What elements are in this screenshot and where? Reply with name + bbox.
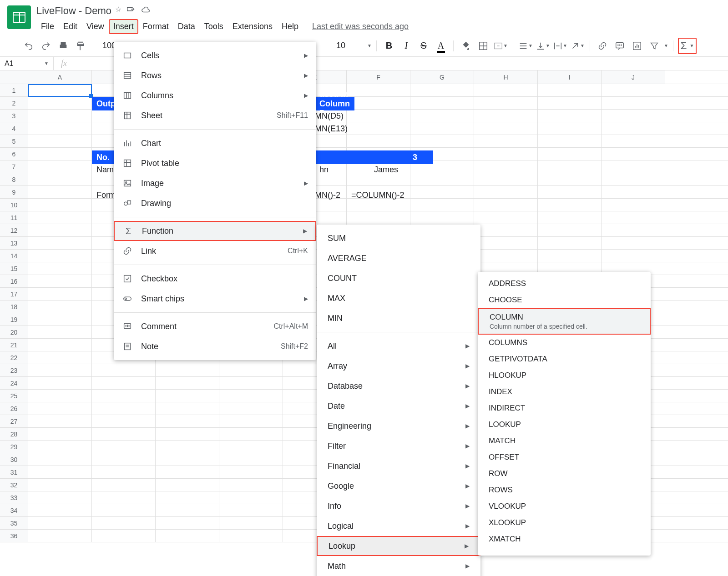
cell[interactable] xyxy=(156,466,219,478)
cell[interactable] xyxy=(156,377,219,389)
lookup-function-match[interactable]: MATCH xyxy=(478,433,651,449)
cell[interactable] xyxy=(474,237,538,249)
cell[interactable] xyxy=(538,224,602,236)
cell[interactable] xyxy=(410,199,474,211)
cell[interactable] xyxy=(92,390,156,402)
row-header[interactable]: 7 xyxy=(0,160,28,173)
cell[interactable] xyxy=(28,250,92,262)
cell[interactable] xyxy=(156,530,219,542)
cell[interactable] xyxy=(156,415,219,427)
cell[interactable] xyxy=(28,326,92,338)
row-header[interactable]: 6 xyxy=(0,148,28,160)
cell[interactable] xyxy=(410,84,474,96)
cell[interactable] xyxy=(156,517,219,529)
cell[interactable] xyxy=(28,110,92,122)
row-header[interactable]: 17 xyxy=(0,288,28,300)
cell[interactable] xyxy=(538,250,602,262)
lookup-function-column[interactable]: COLUMNColumn number of a specified cell. xyxy=(478,308,651,335)
row-header[interactable]: 32 xyxy=(0,479,28,491)
cell[interactable] xyxy=(474,250,538,262)
cell[interactable] xyxy=(602,160,665,173)
cell[interactable] xyxy=(538,97,602,109)
row-header[interactable]: 35 xyxy=(0,517,28,529)
function-category-all[interactable]: All▶ xyxy=(317,336,480,356)
cell[interactable] xyxy=(28,415,92,427)
move-icon[interactable] xyxy=(126,5,136,17)
cell[interactable] xyxy=(28,237,92,249)
cell[interactable] xyxy=(156,402,219,415)
function-category-engineering[interactable]: Engineering▶ xyxy=(317,416,480,436)
cell[interactable] xyxy=(92,517,156,529)
cell[interactable] xyxy=(28,530,92,542)
cell[interactable] xyxy=(28,491,92,504)
cell[interactable] xyxy=(219,504,283,516)
italic-button[interactable]: I xyxy=(399,38,414,54)
function-category-filter[interactable]: Filter▶ xyxy=(317,436,480,456)
menu-edit[interactable]: Edit xyxy=(59,19,82,34)
col-header[interactable]: H xyxy=(474,70,538,84)
cell[interactable] xyxy=(28,97,92,109)
row-header[interactable]: 3 xyxy=(0,110,28,122)
cell[interactable] xyxy=(28,504,92,516)
row-header[interactable]: 2 xyxy=(0,97,28,109)
lookup-function-lookup[interactable]: LOOKUP xyxy=(478,416,651,433)
col-header[interactable]: A xyxy=(28,70,92,84)
cell[interactable] xyxy=(410,97,474,109)
function-category-array[interactable]: Array▶ xyxy=(317,356,480,376)
cell[interactable] xyxy=(28,148,92,160)
insert-chart-button[interactable] xyxy=(629,38,645,54)
cell[interactable] xyxy=(474,122,538,135)
cell[interactable] xyxy=(474,148,538,160)
cell[interactable] xyxy=(474,97,538,109)
cell[interactable] xyxy=(28,173,92,185)
cell[interactable] xyxy=(28,453,92,466)
cell[interactable] xyxy=(219,428,283,440)
row-header[interactable]: 28 xyxy=(0,428,28,440)
lookup-function-address[interactable]: ADDRESS xyxy=(478,275,651,292)
menu-format[interactable]: Format xyxy=(138,19,173,34)
row-header[interactable]: 15 xyxy=(0,262,28,275)
cell[interactable] xyxy=(92,415,156,427)
cell[interactable] xyxy=(602,148,665,160)
cell[interactable] xyxy=(219,441,283,453)
cell[interactable] xyxy=(28,339,92,351)
col-header[interactable]: J xyxy=(602,70,665,84)
cell[interactable] xyxy=(602,199,665,211)
menu-file[interactable]: File xyxy=(36,19,59,34)
cell[interactable] xyxy=(28,517,92,529)
row-header[interactable]: 1 xyxy=(0,84,28,96)
insert-menu-link[interactable]: LinkCtrl+K xyxy=(114,241,316,261)
cell[interactable] xyxy=(28,211,92,224)
cell[interactable] xyxy=(602,173,665,185)
cell[interactable] xyxy=(410,135,474,147)
function-max[interactable]: MAX xyxy=(317,288,480,308)
cell[interactable] xyxy=(474,84,538,96)
cell[interactable] xyxy=(92,402,156,415)
cell[interactable] xyxy=(538,148,602,160)
function-average[interactable]: AVERAGE xyxy=(317,248,480,268)
row-header[interactable]: 30 xyxy=(0,453,28,466)
function-category-financial[interactable]: Financial▶ xyxy=(317,456,480,476)
cell[interactable] xyxy=(602,97,665,109)
cell[interactable] xyxy=(602,250,665,262)
cell[interactable] xyxy=(474,211,538,224)
print-button[interactable] xyxy=(56,38,71,54)
insert-menu-function[interactable]: ΣFunction▶ xyxy=(114,221,316,241)
row-header[interactable]: 18 xyxy=(0,301,28,313)
cell[interactable] xyxy=(347,173,410,185)
cell[interactable] xyxy=(219,491,283,504)
insert-menu-columns[interactable]: Columns▶ xyxy=(114,85,316,105)
cell[interactable] xyxy=(156,479,219,491)
vertical-align-button[interactable]: ▼ xyxy=(535,38,551,54)
cell[interactable] xyxy=(347,110,410,122)
cell[interactable] xyxy=(410,110,474,122)
cell[interactable] xyxy=(410,186,474,198)
row-header[interactable]: 20 xyxy=(0,326,28,338)
bold-button[interactable]: B xyxy=(381,38,397,54)
cell[interactable] xyxy=(28,390,92,402)
cell[interactable] xyxy=(156,428,219,440)
row-header[interactable]: 36 xyxy=(0,530,28,542)
cell[interactable] xyxy=(92,491,156,504)
star-icon[interactable]: ☆ xyxy=(115,5,121,17)
cell[interactable] xyxy=(219,402,283,415)
